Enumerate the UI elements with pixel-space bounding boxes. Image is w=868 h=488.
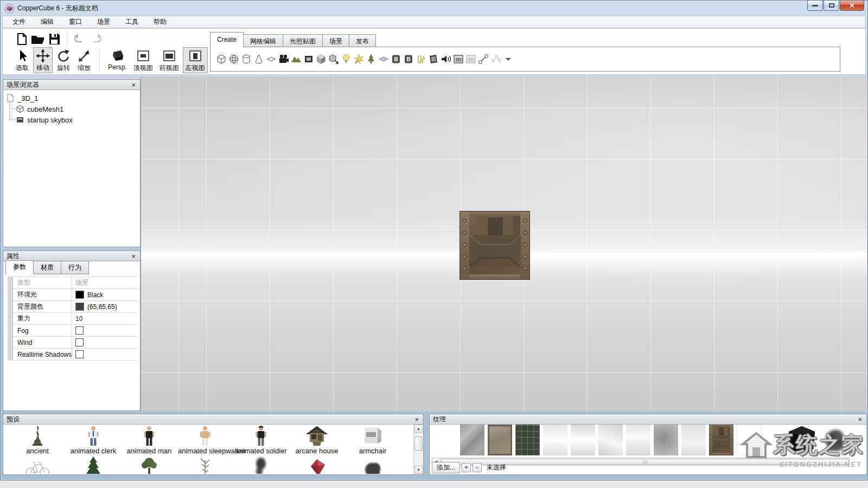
tab-场景[interactable]: 场景 <box>323 34 349 47</box>
texture-thumb-coppercube-logo[interactable] <box>786 425 816 455</box>
create-terrain-button[interactable] <box>290 52 302 66</box>
maximize-button[interactable] <box>824 1 839 11</box>
checkbox[interactable] <box>75 338 84 346</box>
undo-button[interactable] <box>72 32 88 46</box>
checkbox[interactable] <box>75 326 84 335</box>
create-grass-button[interactable] <box>414 52 427 66</box>
create-camera-button[interactable] <box>277 52 290 66</box>
create-tree-button[interactable] <box>365 52 377 66</box>
property-value[interactable]: Black <box>72 289 138 300</box>
preset-item-armchair[interactable]: armchair <box>346 426 400 455</box>
menu-item-帮助[interactable]: 帮助 <box>148 16 172 28</box>
texture-thumb-rust-plate[interactable] <box>488 425 512 455</box>
redo-button[interactable] <box>88 32 104 46</box>
texture-thumb-sky-cloud[interactable] <box>598 425 623 455</box>
property-value[interactable]: 场景 <box>72 277 138 288</box>
scene-browser-close-icon[interactable]: × <box>130 81 137 88</box>
close-button[interactable]: ✕ <box>840 1 864 11</box>
preset-item-animated-soldier[interactable]: animated soldier <box>234 426 288 455</box>
tool-button-select-arrow[interactable]: 选取 <box>12 47 32 73</box>
scroll-down-icon[interactable]: ▼ <box>414 466 423 474</box>
tool-button-rotate-arrow[interactable]: 旋转 <box>54 47 73 73</box>
tool-button-move-arrows[interactable]: 移动 <box>33 47 53 73</box>
open-file-button[interactable] <box>30 32 46 46</box>
tree-item-_3D_1[interactable]: _3D_1 <box>5 93 138 104</box>
create-image-box-button[interactable] <box>427 52 439 66</box>
property-value[interactable]: 10 <box>72 313 138 324</box>
create-sun-light-button[interactable] <box>352 52 365 66</box>
create-skybox-button[interactable] <box>315 52 327 66</box>
viewport-3d[interactable] <box>141 76 867 412</box>
save-button[interactable] <box>46 32 62 46</box>
texture-thumb-blank-white[interactable] <box>737 425 761 455</box>
create-script-b-button[interactable]: B <box>390 52 402 66</box>
property-tab-参数[interactable]: 参数 <box>5 260 34 274</box>
menu-item-编辑[interactable]: 编辑 <box>35 16 59 28</box>
tool-button-view-front[interactable]: 前视图 <box>157 47 182 73</box>
preset-item[interactable] <box>10 457 65 474</box>
menu-item-场景[interactable]: 场景 <box>92 16 116 28</box>
texture-thumb-sky-bright[interactable] <box>543 425 567 455</box>
preset-item[interactable] <box>234 457 288 474</box>
property-tab-行为[interactable]: 行为 <box>61 261 89 274</box>
preset-item-animated-man[interactable]: animated man <box>122 426 176 455</box>
scroll-up-icon[interactable]: ▲ <box>414 425 423 433</box>
color-swatch[interactable] <box>75 291 84 299</box>
properties-close-icon[interactable]: × <box>130 253 137 260</box>
preset-item-ancient[interactable]: ancient <box>10 426 65 455</box>
tool-button-view-left[interactable]: 左视图 <box>183 47 208 73</box>
property-value[interactable] <box>72 349 138 360</box>
property-value[interactable]: (65,65,65) <box>72 301 138 312</box>
create-overlay-2d-disabled-button[interactable]: 2D <box>464 52 477 66</box>
texture-thumb-sky-streak[interactable] <box>571 425 595 455</box>
tree-item-cubeMesh1[interactable]: cubeMesh1 <box>5 104 138 114</box>
property-value[interactable] <box>72 337 138 348</box>
property-tab-材质[interactable]: 材质 <box>34 261 61 274</box>
scene-object-cube[interactable] <box>459 211 530 280</box>
preset-item-animated-sleepwalker[interactable]: animated sleepwalker <box>178 426 232 455</box>
texture-thumb-sky-soft[interactable] <box>626 425 650 455</box>
tab-网格编辑[interactable]: 网格编辑 <box>244 34 283 47</box>
create-cube-button[interactable] <box>215 52 227 66</box>
menu-item-窗口[interactable]: 窗口 <box>63 16 87 28</box>
texture-thumb-metal-crate[interactable] <box>709 425 733 455</box>
tab-发布[interactable]: 发布 <box>349 34 376 47</box>
texture-thumb-green-grid[interactable] <box>515 425 540 455</box>
property-value[interactable] <box>72 325 138 336</box>
texture-thumb-blurred-rock[interactable] <box>821 425 851 455</box>
create-nodes-disabled-button[interactable] <box>489 52 502 66</box>
texture-plus-button[interactable]: + <box>462 463 471 472</box>
preset-item-animated-clerk[interactable]: animated clerk <box>66 426 120 455</box>
menu-item-文件[interactable]: 文件 <box>7 16 31 28</box>
color-swatch[interactable] <box>75 303 84 311</box>
tab-Create[interactable]: Create <box>210 32 244 47</box>
preset-item[interactable] <box>178 457 232 474</box>
add-texture-button[interactable]: 添加... <box>432 462 460 473</box>
tool-button-perspective-cube[interactable]: Persp. <box>105 47 130 73</box>
minimize-button[interactable] <box>807 1 823 11</box>
presets-close-icon[interactable]: × <box>413 416 420 423</box>
preset-item[interactable] <box>122 457 176 474</box>
preset-item-arcane-house[interactable]: arcane house <box>290 426 344 455</box>
create-sphere-button[interactable] <box>227 52 240 66</box>
menu-item-工具[interactable]: 工具 <box>120 16 144 28</box>
create-overlay-2d-button[interactable]: 2D <box>452 52 464 66</box>
tree-item-startup-skybox[interactable]: startup skybox <box>5 114 138 125</box>
texture-thumb-gray-cloud[interactable] <box>654 425 678 455</box>
create-path-button[interactable] <box>477 52 489 66</box>
new-document-button[interactable] <box>14 32 30 46</box>
preset-item[interactable] <box>290 457 344 474</box>
create-dropdown-arrow-button[interactable] <box>502 52 514 66</box>
tab-光照贴图[interactable]: 光照贴图 <box>283 34 323 47</box>
texture-thumb-sky-pale[interactable] <box>681 425 706 455</box>
create-script-b2-button[interactable]: B <box>402 52 414 66</box>
preset-item[interactable] <box>66 457 120 474</box>
checkbox[interactable] <box>75 350 84 358</box>
create-cylinder-button[interactable] <box>240 52 252 66</box>
texture-thumb-concrete[interactable] <box>460 425 484 455</box>
create-cone-button[interactable] <box>252 52 265 66</box>
preset-item[interactable] <box>346 457 400 474</box>
create-light-button[interactable] <box>340 52 352 66</box>
tool-button-scale-arrow[interactable]: 缩放 <box>74 47 94 73</box>
titlebar[interactable]: CopperCube 6 - 无标题文档 ✕ <box>1 1 867 16</box>
